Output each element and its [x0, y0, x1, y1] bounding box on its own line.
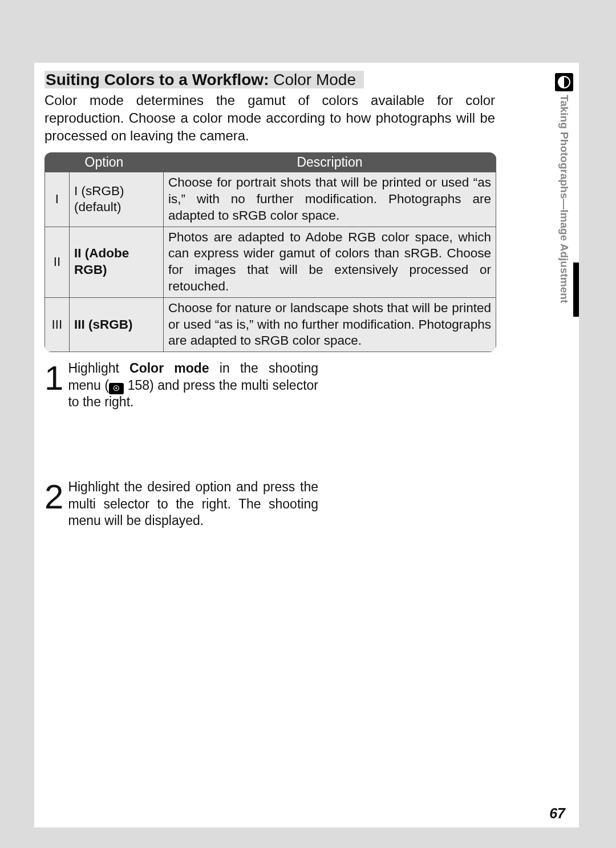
heading-normal: Color Mode	[273, 71, 356, 88]
side-tab: Taking Photographs—Image Adjustment	[555, 73, 573, 305]
thumb-index-bar	[573, 263, 579, 317]
step-text: Highlight the desired option and press t…	[68, 479, 318, 529]
side-tab-label: Taking Photographs—Image Adjustment	[558, 95, 570, 303]
row-description: Choose for portrait shots that will be p…	[164, 172, 496, 227]
step-number: 1	[44, 365, 64, 392]
color-mode-table: Option Description I I (sRGB) (default) …	[44, 152, 496, 352]
row-description: Choose for nature or landscape shots tha…	[164, 297, 496, 352]
row-option: III (sRGB)	[70, 297, 164, 352]
table-row: II II (Adobe RGB) Photos are adapted to …	[45, 227, 496, 297]
table-row: I I (sRGB) (default) Choose for portrait…	[45, 172, 496, 227]
row-index: I	[45, 172, 70, 227]
intro-paragraph: Color mode determines the gamut of color…	[44, 92, 495, 144]
step-text: Highlight Color mode in the shooting men…	[68, 360, 318, 410]
col-header-description: Description	[164, 153, 496, 172]
step-1: 1 Highlight Color mode in the shooting m…	[44, 360, 318, 410]
heading-bold: Suiting Colors to a Workflow:	[46, 71, 273, 88]
page-sheet: Suiting Colors to a Workflow: Color Mode…	[34, 63, 579, 827]
page: Suiting Colors to a Workflow: Color Mode…	[0, 0, 616, 848]
col-header-option: Option	[45, 153, 164, 172]
row-index: II	[45, 227, 70, 297]
row-index: III	[45, 297, 70, 352]
step-2: 2 Highlight the desired option and press…	[44, 479, 318, 529]
half-circle-icon	[555, 73, 573, 91]
row-option: II (Adobe RGB)	[70, 227, 164, 297]
row-description: Photos are adapted to Adobe RGB color sp…	[164, 227, 496, 297]
step-number: 2	[44, 483, 64, 511]
page-number: 67	[549, 805, 565, 822]
table-header-row: Option Description	[45, 153, 496, 172]
section-heading: Suiting Colors to a Workflow: Color Mode	[44, 71, 364, 88]
table-row: III III (sRGB) Choose for nature or land…	[45, 297, 496, 352]
row-option: I (sRGB) (default)	[70, 172, 164, 227]
